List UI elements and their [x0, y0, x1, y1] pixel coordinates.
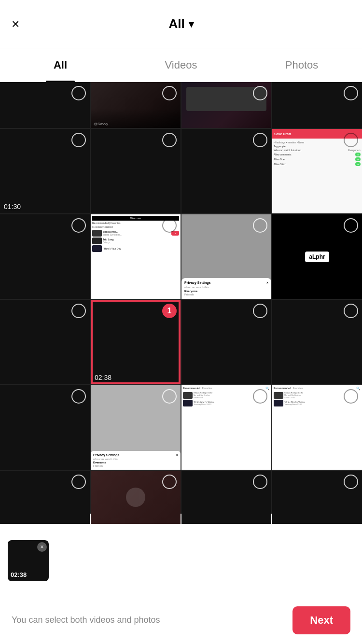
- grid-cell[interactable]: [181, 471, 271, 524]
- select-circle: [162, 86, 177, 100]
- select-circle: [253, 304, 267, 318]
- select-circle: [253, 218, 267, 233]
- grid-cell-selected[interactable]: 1 02:38: [91, 300, 181, 384]
- select-circle: [162, 218, 177, 233]
- select-circle: [162, 389, 177, 404]
- select-circle: [71, 86, 86, 100]
- grid-cell[interactable]: 01:30: [0, 129, 90, 213]
- select-circle: [253, 133, 267, 147]
- grid-cell[interactable]: Privacy Settings× who can watch this Eve…: [91, 385, 181, 470]
- cell-duration: 01:30: [4, 203, 21, 210]
- grid-cell[interactable]: [181, 129, 271, 213]
- selection-badge: 1: [162, 304, 177, 318]
- grid-cell[interactable]: RecommendedFavorites 🔍 Shasta Rodrigo 01…: [181, 385, 271, 470]
- select-circle: [71, 133, 86, 147]
- tab-videos[interactable]: Videos: [121, 48, 241, 82]
- grid-cell[interactable]: @Savvy: [91, 82, 181, 128]
- grid-cell[interactable]: [0, 214, 90, 299]
- tab-photos[interactable]: Photos: [241, 48, 362, 82]
- grid-cell[interactable]: aLphr: [272, 214, 362, 299]
- select-circle: [344, 86, 358, 100]
- grid-row-2: Discover Recommended | Favorites Recomme…: [0, 214, 362, 299]
- grid-row-0: @Savvy: [0, 82, 362, 128]
- select-circle: [253, 475, 267, 489]
- title-text: All: [168, 16, 184, 31]
- select-circle: [344, 475, 358, 489]
- close-button[interactable]: ×: [12, 16, 19, 32]
- grid-cell[interactable]: [272, 471, 362, 524]
- chevron-down-icon[interactable]: ▾: [189, 18, 194, 30]
- media-grid: @Savvy 01:30: [0, 82, 362, 514]
- preview-duration: 02:38: [11, 571, 27, 578]
- grid-cell[interactable]: [0, 300, 90, 384]
- select-circle: [162, 475, 177, 489]
- hint-text: You can select both videos and photos: [12, 615, 160, 625]
- grid-cell[interactable]: Privacy Settings× who can watch this Eve…: [181, 214, 271, 299]
- select-circle: [71, 304, 86, 318]
- grid-row-5: [0, 471, 362, 524]
- grid-cell[interactable]: [91, 471, 181, 524]
- select-circle: [344, 218, 358, 233]
- cell-duration: 02:38: [95, 374, 111, 381]
- tabs-bar: All Videos Photos: [0, 48, 362, 82]
- select-circle: [253, 86, 267, 100]
- tab-all[interactable]: All: [0, 48, 121, 82]
- select-circle: [253, 389, 267, 404]
- header: × All ▾: [0, 0, 362, 48]
- select-circle: [162, 133, 177, 147]
- select-circle: [71, 475, 86, 489]
- select-circle: [71, 218, 86, 233]
- grid-cell[interactable]: [0, 471, 90, 524]
- grid-cell[interactable]: [91, 129, 181, 213]
- grid-cell[interactable]: [272, 82, 362, 128]
- grid-row-3: 1 02:38: [0, 300, 362, 384]
- grid-row-4: Privacy Settings× who can watch this Eve…: [0, 385, 362, 470]
- select-circle: [71, 389, 86, 404]
- select-circle: [344, 389, 358, 404]
- grid-cell[interactable]: [181, 300, 271, 384]
- alphr-logo: aLphr: [305, 252, 329, 262]
- preview-close-button[interactable]: ×: [37, 542, 47, 552]
- grid-cell[interactable]: [181, 82, 271, 128]
- next-button[interactable]: Next: [292, 606, 350, 634]
- select-circle: [344, 133, 358, 147]
- grid-cell[interactable]: [0, 82, 90, 128]
- bottom-bar: You can select both videos and photos Ne…: [0, 596, 362, 644]
- grid-cell[interactable]: Save Draft • Hashtags • mention • None T…: [272, 129, 362, 213]
- grid-cell[interactable]: Discover Recommended | Favorites Recomme…: [91, 214, 181, 299]
- select-circle: [344, 304, 358, 318]
- selected-preview: × 02:38: [8, 540, 49, 581]
- grid-row-1: 01:30 Save Draft • Hashtags • mention • …: [0, 129, 362, 213]
- grid-cell[interactable]: [272, 300, 362, 384]
- header-title: All ▾: [168, 16, 193, 31]
- grid-cell[interactable]: RecommendedFavorites 🔍 Shasta Rodrigo 01…: [272, 385, 362, 470]
- grid-cell[interactable]: [0, 385, 90, 470]
